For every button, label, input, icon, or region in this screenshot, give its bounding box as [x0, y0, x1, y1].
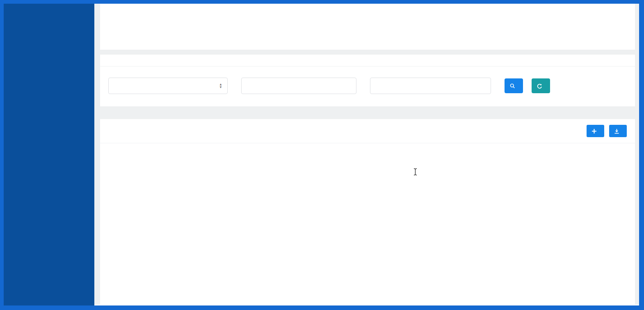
batch-create-button[interactable]: [587, 125, 604, 137]
batch-reminder-button[interactable]: [609, 125, 627, 137]
page-header: [100, 4, 635, 50]
search-button[interactable]: [505, 78, 523, 93]
main-content: ▲▼: [94, 4, 639, 305]
house-number-input[interactable]: [241, 78, 356, 94]
plus-icon: [591, 129, 597, 134]
sidebar: [4, 4, 94, 305]
query-panel: ▲▼: [100, 55, 635, 106]
house-type-select[interactable]: ▲▼: [108, 78, 228, 94]
app-window: ▲▼: [0, 0, 644, 310]
house-info-panel: [100, 119, 635, 305]
refresh-icon: [537, 83, 542, 89]
reset-button[interactable]: [532, 78, 550, 93]
house-table: [100, 143, 635, 305]
search-icon: [510, 83, 515, 89]
owner-name-input[interactable]: [370, 78, 491, 94]
download-icon: [614, 129, 619, 134]
select-updown-icon: ▲▼: [219, 83, 222, 89]
